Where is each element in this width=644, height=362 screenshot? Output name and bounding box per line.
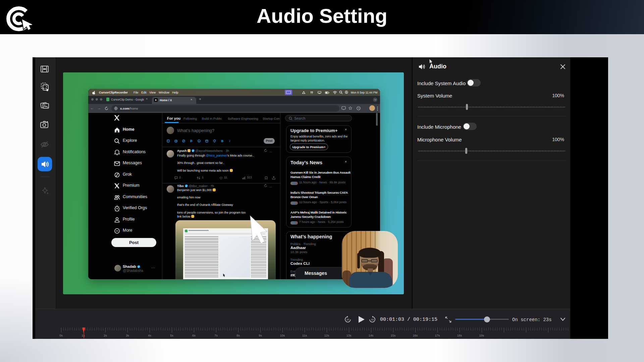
svg-text:10: 10: [346, 318, 349, 321]
svg-text:GIF: GIF: [175, 140, 177, 142]
svg-text:I: I: [229, 139, 230, 142]
svg-text:B: B: [221, 139, 224, 142]
svg-text:10: 10: [371, 318, 374, 321]
